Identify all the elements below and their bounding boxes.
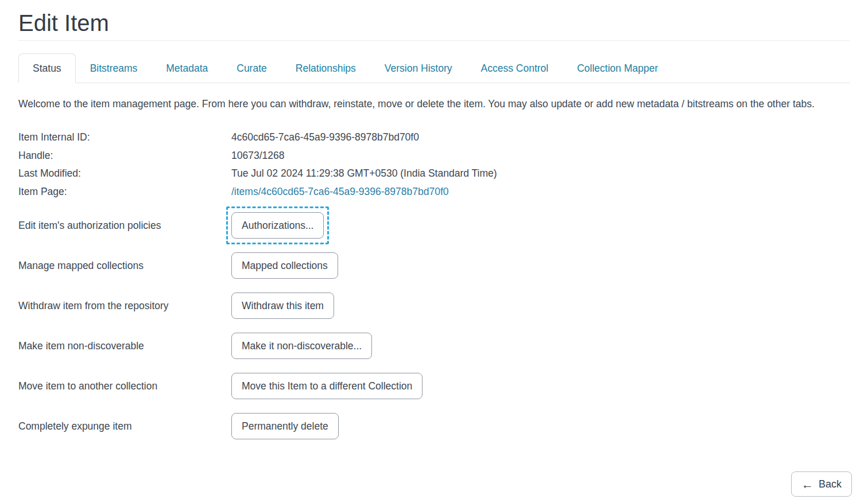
tab-relationships[interactable]: Relationships bbox=[281, 53, 370, 83]
detail-row-handle: Handle: 10673/1268 bbox=[18, 147, 850, 165]
authorizations-button[interactable]: Authorizations... bbox=[231, 212, 324, 239]
action-row-non-discoverable: Make item non-discoverable Make it non-d… bbox=[18, 333, 850, 359]
left-arrow-icon: ← bbox=[801, 478, 813, 490]
action-label: Withdraw item from the repository bbox=[18, 300, 231, 312]
detail-label: Item Page: bbox=[18, 183, 231, 201]
item-page-link[interactable]: /items/4c60cd65-7ca6-45a9-9396-8978b7bd7… bbox=[231, 186, 448, 197]
tab-collection-mapper[interactable]: Collection Mapper bbox=[563, 53, 672, 83]
last-modified-value: Tue Jul 02 2024 11:29:38 GMT+0530 (India… bbox=[231, 165, 850, 183]
detail-row-internal-id: Item Internal ID: 4c60cd65-7ca6-45a9-939… bbox=[18, 128, 850, 147]
detail-label: Item Internal ID: bbox=[18, 128, 231, 147]
action-label: Manage mapped collections bbox=[18, 260, 231, 272]
mapped-collections-button[interactable]: Mapped collections bbox=[231, 252, 338, 279]
handle-value: 10673/1268 bbox=[231, 147, 850, 165]
action-row-expunge: Completely expunge item Permanently dele… bbox=[18, 413, 850, 439]
page-title: Edit Item bbox=[18, 10, 850, 36]
tab-access-control[interactable]: Access Control bbox=[467, 53, 563, 83]
tab-bar: Status Bitstreams Metadata Curate Relati… bbox=[18, 53, 850, 83]
action-row-withdraw: Withdraw item from the repository Withdr… bbox=[18, 293, 850, 319]
tab-metadata[interactable]: Metadata bbox=[152, 53, 222, 83]
detail-label: Handle: bbox=[18, 147, 231, 165]
detail-label: Last Modified: bbox=[18, 165, 231, 183]
action-row-authorizations: Edit item's authorization policies Autho… bbox=[18, 212, 850, 239]
permanently-delete-button[interactable]: Permanently delete bbox=[231, 413, 339, 439]
action-label: Make item non-discoverable bbox=[18, 340, 231, 352]
item-internal-id-value: 4c60cd65-7ca6-45a9-9396-8978b7bd70f0 bbox=[231, 128, 850, 147]
action-list: Edit item's authorization policies Autho… bbox=[18, 212, 850, 439]
title-divider bbox=[18, 40, 850, 41]
action-label: Completely expunge item bbox=[18, 420, 231, 432]
tab-version-history[interactable]: Version History bbox=[370, 53, 467, 83]
move-item-button[interactable]: Move this Item to a different Collection bbox=[231, 373, 423, 399]
item-details: Item Internal ID: 4c60cd65-7ca6-45a9-939… bbox=[18, 128, 850, 201]
action-row-move-item: Move item to another collection Move thi… bbox=[18, 373, 850, 399]
tab-bitstreams[interactable]: Bitstreams bbox=[76, 53, 152, 83]
tab-status[interactable]: Status bbox=[18, 53, 76, 83]
action-label: Move item to another collection bbox=[18, 380, 231, 392]
tab-curate[interactable]: Curate bbox=[222, 53, 281, 83]
back-button[interactable]: ← Back bbox=[791, 471, 852, 497]
action-label: Edit item's authorization policies bbox=[18, 220, 231, 232]
edit-item-page: Edit Item Status Bitstreams Metadata Cur… bbox=[0, 0, 868, 503]
detail-row-item-page: Item Page: /items/4c60cd65-7ca6-45a9-939… bbox=[18, 183, 850, 201]
detail-row-last-modified: Last Modified: Tue Jul 02 2024 11:29:38 … bbox=[18, 165, 850, 183]
make-non-discoverable-button[interactable]: Make it non-discoverable... bbox=[231, 333, 372, 359]
withdraw-item-button[interactable]: Withdraw this item bbox=[231, 293, 334, 319]
action-row-mapped-collections: Manage mapped collections Mapped collect… bbox=[18, 252, 850, 279]
welcome-text: Welcome to the item management page. Fro… bbox=[18, 95, 828, 113]
back-button-label: Back bbox=[819, 478, 842, 490]
